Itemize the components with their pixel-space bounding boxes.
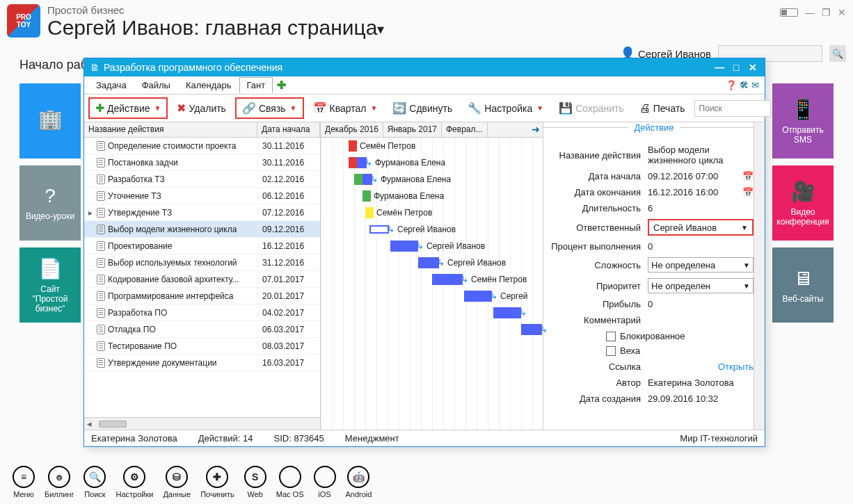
- link-button[interactable]: 🔗Связь▼: [235, 97, 304, 119]
- window-close-icon[interactable]: ✕: [747, 62, 759, 73]
- arrow-right-icon[interactable]: ➔: [529, 122, 543, 137]
- save-button[interactable]: 💾Сохранить: [552, 98, 630, 118]
- gantt-row[interactable]: Фурманова Елена: [362, 188, 444, 204]
- gantt-chart[interactable]: Семён Петров↳Фурманова Елена↳Фурманова Е…: [321, 138, 543, 430]
- close-icon[interactable]: ✕: [838, 7, 846, 18]
- delete-button[interactable]: ✖Удалить: [170, 98, 232, 118]
- calendar-icon[interactable]: 📅: [742, 171, 754, 181]
- task-row[interactable]: ▸Утверждение ТЗ07.12.2016: [84, 204, 320, 221]
- task-row[interactable]: Уточнение ТЗ06.12.2016: [84, 188, 320, 204]
- gantt-row[interactable]: ↳Фурманова Елена: [354, 171, 451, 188]
- col-date[interactable]: Дата начала: [257, 122, 320, 137]
- mail-icon[interactable]: ✉: [751, 80, 759, 90]
- nav-tile[interactable]: 🎥Видео конференция: [772, 165, 834, 241]
- gantt-bar[interactable]: [464, 291, 492, 302]
- page-title[interactable]: Сергей Иванов: главная страница▾: [47, 16, 773, 40]
- tab-Календарь[interactable]: Календарь: [178, 77, 239, 93]
- tab-Файлы[interactable]: Файлы: [134, 77, 178, 93]
- shift-button[interactable]: 🔄Сдвинуть: [386, 98, 459, 118]
- task-row[interactable]: Выбор модели жизненного цикла09.12.2016: [84, 221, 320, 238]
- vertical-scrollbar[interactable]: [754, 122, 765, 430]
- toolbar-search-input[interactable]: [694, 100, 771, 117]
- chevron-down-icon[interactable]: ▾: [377, 22, 384, 37]
- calendar-icon[interactable]: 📅: [742, 187, 754, 197]
- print-button[interactable]: 🖨Печать: [633, 99, 692, 118]
- task-row[interactable]: Постановка задчи30.11.2016: [84, 154, 320, 171]
- window-maximize-icon[interactable]: □: [730, 62, 742, 73]
- gantt-bar[interactable]: [369, 225, 389, 234]
- task-row[interactable]: Разработка ТЗ02.12.2016: [84, 171, 320, 188]
- task-row[interactable]: Определение стоимости проекта30.11.2016: [84, 138, 320, 154]
- scroll-left-icon[interactable]: ◂: [84, 418, 95, 429]
- minimize-icon[interactable]: —: [805, 7, 815, 18]
- nav-tile[interactable]: 🏢: [19, 83, 81, 158]
- task-row[interactable]: Выбор используемых технологий31.12.2016: [84, 254, 320, 271]
- gantt-bar[interactable]: [418, 257, 439, 268]
- action-button[interactable]: ✚Действие▼: [88, 97, 168, 119]
- nav-tile[interactable]: 📱Отправить SMS: [772, 83, 834, 158]
- toggle-switch[interactable]: [780, 8, 798, 17]
- dock-item[interactable]: ⛁Данные: [163, 466, 191, 498]
- gantt-row[interactable]: ↳Фурманова Елена: [349, 154, 445, 171]
- gantt-row[interactable]: Семён Петров: [349, 138, 415, 154]
- gantt-row[interactable]: ↳Сергей: [464, 288, 528, 304]
- dock-item[interactable]: iOS: [314, 466, 336, 498]
- task-row[interactable]: Разработка ПО04.02.2017: [84, 304, 320, 321]
- dock-item[interactable]: 🔍Поиск: [83, 466, 106, 498]
- detail-milestone-checkbox[interactable]: Веха: [606, 346, 754, 356]
- nav-tile[interactable]: ?Видео-уроки: [19, 165, 81, 241]
- quarter-button[interactable]: 📅Квартал▼: [307, 98, 384, 118]
- expander-icon[interactable]: ▸: [87, 208, 94, 218]
- horizontal-scrollbar[interactable]: ◂: [84, 417, 320, 430]
- search-button[interactable]: 🔍: [829, 45, 846, 62]
- document-icon: [97, 208, 105, 218]
- window-minimize-icon[interactable]: —: [713, 62, 726, 73]
- dock-item[interactable]: ✚Починить: [200, 466, 234, 498]
- gantt-row[interactable]: ↳Сергей Иванов: [418, 254, 506, 271]
- detail-open-link[interactable]: Открыть: [648, 361, 754, 372]
- add-tab-button[interactable]: ✚: [277, 79, 286, 92]
- task-date: 08.03.2017: [257, 341, 320, 351]
- gantt-bar[interactable]: [390, 241, 418, 252]
- detail-responsible-select[interactable]: Сергей Иванов▼: [648, 219, 754, 236]
- detail-complexity-select[interactable]: Не определена▼: [648, 257, 754, 273]
- task-row[interactable]: Тестирование ПО08.03.2017: [84, 338, 320, 355]
- detail-priority-select[interactable]: Не определен▼: [648, 278, 754, 293]
- detail-start-date[interactable]: 09.12.2016 07:00📅: [648, 171, 754, 181]
- detail-percent[interactable]: 0: [648, 241, 754, 252]
- dock-item[interactable]: ⌾Биллинг: [45, 466, 74, 498]
- gantt-row[interactable]: ↳Сергей Иванов: [369, 221, 456, 238]
- nav-tile[interactable]: 📄Сайт "Простой бизнес": [19, 247, 81, 323]
- col-name[interactable]: Название действия: [84, 122, 257, 137]
- detail-blocked-checkbox[interactable]: Блокированное: [606, 331, 754, 341]
- tab-Гант[interactable]: Гант: [239, 77, 273, 93]
- maximize-icon[interactable]: ❐: [822, 7, 831, 18]
- gantt-row[interactable]: ↳: [493, 304, 527, 321]
- help-icon[interactable]: ❓: [726, 80, 737, 90]
- scroll-thumb[interactable]: [99, 421, 127, 428]
- task-row[interactable]: Программирование интерфейса20.01.2017: [84, 288, 320, 304]
- dock-item[interactable]: SWeb: [244, 466, 266, 498]
- gantt-row[interactable]: ↳Сергей Иванов: [390, 238, 485, 254]
- gantt-bar[interactable]: [493, 307, 521, 318]
- tab-Задача[interactable]: Задача: [88, 77, 134, 93]
- nav-tile[interactable]: 🖥Веб-сайты: [772, 247, 834, 323]
- detail-duration[interactable]: 6: [648, 203, 754, 213]
- dock-item[interactable]: ⚙Настройки: [115, 466, 153, 498]
- task-row[interactable]: Проектирование16.12.2016: [84, 238, 320, 254]
- window-titlebar[interactable]: 🗎 Разработка программного обеспечения — …: [84, 58, 765, 76]
- dock-item[interactable]: ≡Меню: [13, 466, 35, 498]
- dock-item[interactable]: Mac OS: [276, 466, 304, 498]
- task-row[interactable]: Кодирование базовой архитекту...07.01.20…: [84, 271, 320, 288]
- detail-profit[interactable]: 0: [648, 299, 754, 309]
- detail-end-date[interactable]: 16.12.2016 16:00📅: [648, 187, 754, 197]
- task-row[interactable]: Утверждение документации16.03.2017: [84, 355, 320, 371]
- gantt-bar[interactable]: [432, 274, 463, 285]
- gantt-bar[interactable]: [521, 324, 542, 335]
- settings-button[interactable]: 🔧Настройка▼: [461, 98, 550, 118]
- tools-icon[interactable]: 🛠: [740, 80, 749, 90]
- dock-item[interactable]: 🤖Android: [346, 466, 372, 498]
- gantt-row[interactable]: ↳Семён Петров: [432, 271, 527, 288]
- task-row[interactable]: Отладка ПО06.03.2017: [84, 321, 320, 338]
- gantt-row[interactable]: Семён Петров: [365, 204, 432, 221]
